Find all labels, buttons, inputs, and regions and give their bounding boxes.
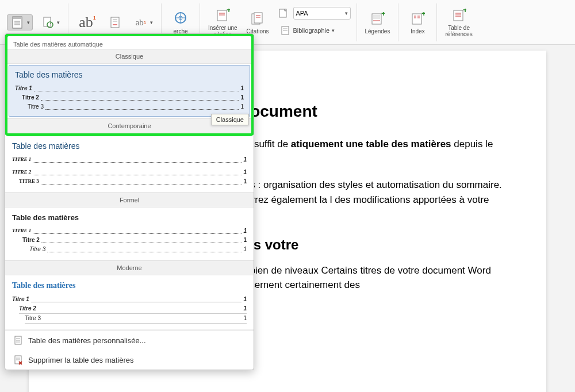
table-refs-icon: +: [450, 7, 468, 24]
toc-icon: [10, 16, 26, 29]
svg-rect-15: [217, 10, 227, 21]
footnote-icon: ab1: [78, 14, 97, 30]
citations-icon: [248, 11, 267, 27]
chevron-down-icon: ▾: [57, 20, 60, 25]
captions-button[interactable]: + Légendes: [363, 6, 393, 39]
gallery-section-header: Table des matières automatique: [7, 37, 251, 49]
endnote-button[interactable]: [105, 10, 126, 35]
endnote-icon: [108, 16, 124, 29]
show-notes-button[interactable]: ab1▾: [131, 10, 155, 35]
toc-style-moderne[interactable]: Table des matières Titre 11 Titre 21 Tit…: [5, 275, 254, 330]
toc-style-contemporaine[interactable]: Table des matières TITRE 11 TITRE 21 TIT…: [5, 136, 254, 193]
svg-rect-1: [13, 17, 22, 19]
svg-rect-28: [373, 15, 380, 19]
chevron-down-icon: ▾: [345, 10, 348, 16]
captions-label: Légendes: [365, 28, 390, 34]
bibliography-icon: [281, 24, 291, 37]
research-icon: [171, 11, 190, 27]
gallery-category-moderne: Moderne: [5, 260, 254, 275]
svg-text:+: +: [227, 9, 230, 14]
toc-preview-title: Table des matières: [12, 141, 247, 151]
index-icon: +: [408, 11, 427, 27]
chevron-down-icon: ▾: [332, 28, 335, 33]
toc-style-classique[interactable]: Table des matières Titre 11 Titre 21 Tit…: [7, 64, 251, 118]
custom-toc-label: Table des matières personnalisée...: [28, 336, 146, 345]
toc-gallery-scroll[interactable]: Table des matières automatique Classique…: [5, 34, 254, 330]
svg-text:+: +: [421, 12, 425, 18]
gallery-category-classique: Classique: [7, 49, 251, 64]
svg-text:+: +: [463, 9, 466, 14]
page-delete-icon: [13, 355, 24, 365]
svg-text:+: +: [381, 12, 385, 18]
style-icon: [278, 6, 289, 20]
svg-rect-37: [454, 10, 463, 21]
gallery-category-formel: Formel: [5, 193, 254, 207]
toc-gallery-dropdown: Table des matières automatique Classique…: [5, 33, 254, 370]
table-refs-label: Table de références: [445, 25, 472, 37]
tooltip: Classique: [211, 114, 249, 125]
toc-dropdown-button[interactable]: ▾: [7, 14, 33, 30]
toc-preview-title: Table des matières: [12, 213, 247, 222]
remove-toc-menu-item[interactable]: Supprimer la table des matières: [5, 350, 254, 370]
custom-toc-menu-item[interactable]: Table des matières personnalisée...: [5, 330, 254, 350]
insert-citation-icon: +: [213, 7, 232, 24]
index-button[interactable]: + Index: [404, 6, 431, 39]
page-refresh-icon: [40, 16, 56, 29]
svg-rect-7: [111, 17, 119, 28]
bibliography-button[interactable]: Bibliographie ▾: [278, 22, 351, 39]
citation-style-combo[interactable]: APA ▾: [293, 7, 351, 20]
citation-style-value: APA: [296, 10, 308, 17]
chevron-down-icon: ▾: [150, 20, 153, 25]
update-toc-button[interactable]: ▾: [37, 14, 62, 30]
svg-rect-20: [254, 13, 262, 23]
chevron-down-icon: ▾: [27, 20, 30, 25]
page-icon: [13, 335, 24, 345]
remove-toc-label: Supprimer la table des matières: [28, 356, 134, 364]
toc-preview-title: Table des matières: [12, 281, 247, 290]
toc-style-formel[interactable]: Table des matières TITRE 11 Titre 21 Tit…: [5, 207, 254, 260]
notes-icon: ab1: [133, 16, 149, 29]
toc-preview-title: Table des matières: [15, 70, 244, 79]
toc-dropdown-footer: Table des matières personnalisée... Supp…: [5, 330, 254, 370]
table-of-authorities-button[interactable]: + Table de références: [443, 6, 474, 39]
svg-rect-31: [412, 14, 421, 24]
index-label: Index: [411, 28, 424, 34]
highlighted-selection: Table des matières automatique Classique…: [5, 34, 254, 136]
captions-icon: +: [368, 11, 386, 27]
bibliography-label: Bibliographie: [293, 27, 330, 34]
